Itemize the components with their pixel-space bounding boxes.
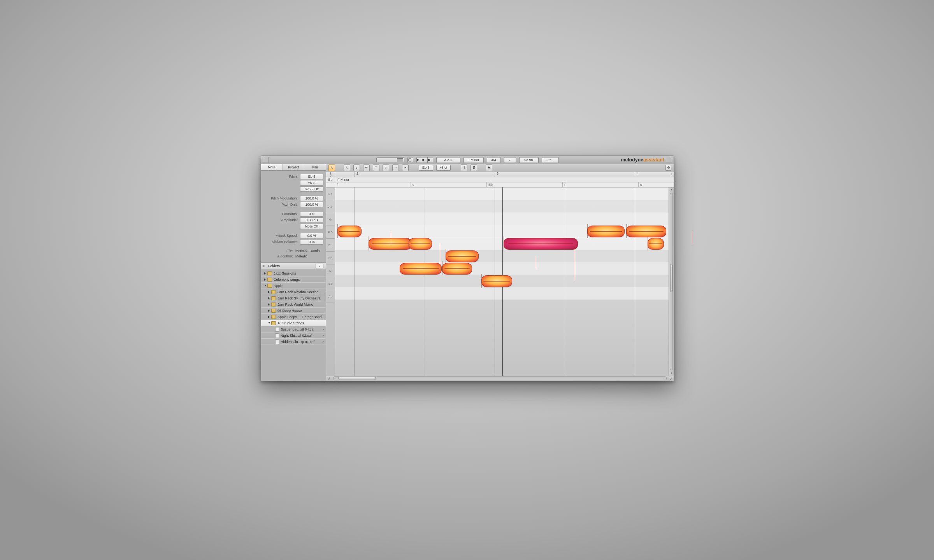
chord-ruler[interactable]: f-c-Ebf-c- [326, 182, 674, 187]
disclosure-triangle-icon[interactable] [268, 303, 270, 306]
pitch-column[interactable]: BbAbGF 5EbDbCBbAb [326, 187, 335, 376]
pitch-cents-field[interactable]: +8 ct [300, 180, 323, 186]
note-blob[interactable] [706, 251, 739, 263]
note-blob[interactable] [409, 238, 432, 250]
chord-cell[interactable]: c- [638, 182, 643, 187]
chord-cell[interactable]: Eb [486, 182, 493, 187]
key-display[interactable]: F Minor [724, 351, 744, 357]
note-blob[interactable] [481, 275, 512, 287]
pitch-label[interactable]: Ab [326, 200, 335, 213]
cents-readout[interactable]: +8 ct [697, 343, 712, 349]
hscroll-thumb[interactable] [599, 133, 637, 136]
note-blob[interactable] [587, 226, 625, 237]
note-readout[interactable]: Eb 5 [419, 165, 433, 171]
bar-ruler[interactable]: 𝄞 234 ♪ [326, 172, 674, 177]
disclosure-triangle-icon[interactable] [268, 316, 270, 318]
folder-row[interactable]: Jam Pack Rhythm Section [261, 289, 326, 295]
vertical-scrollbar[interactable]: ♪ ♯ [929, 138, 934, 326]
main-tool[interactable]: ↖ [328, 164, 335, 171]
file-row[interactable]: Suspended...ift 04.caf▸ [261, 326, 326, 332]
note-blob[interactable] [648, 238, 664, 250]
correct-pitch-center[interactable]: ⇕ [722, 343, 728, 349]
disclosure-triangle-icon[interactable] [268, 297, 270, 299]
disclosure-triangle-icon[interactable] [268, 310, 270, 312]
separation-tool[interactable]: ✂ [402, 164, 409, 171]
folder-row[interactable]: Jam Pack Sy...ny Orchestra [261, 295, 326, 301]
pitch-tool[interactable]: ♪ [353, 164, 360, 171]
note-blob[interactable] [742, 226, 773, 238]
file-row[interactable]: Night Shi...all 02.caf▸ [261, 332, 326, 339]
disclosure-triangle-icon[interactable] [264, 278, 267, 281]
note-grid[interactable] [335, 187, 674, 376]
pitch-label[interactable]: Eb [326, 239, 335, 252]
timesig-display[interactable]: 4/4 [748, 351, 762, 357]
browser-header[interactable]: Folders 8 [261, 263, 326, 269]
settings-button[interactable]: ⚙ [665, 165, 671, 171]
settings-button[interactable]: ⚙ [926, 343, 932, 349]
horizontal-scrollbar[interactable]: ♯ ⤢ [587, 133, 934, 138]
position-display[interactable]: 3.2.1 [436, 157, 460, 163]
right-panel-toggle[interactable] [927, 350, 933, 357]
cycle-button[interactable]: ▢ [407, 157, 413, 163]
correct-pitch-drift[interactable]: ⇵ [471, 164, 477, 171]
file-row[interactable]: Hidden Clu...rp 01.caf▸ [261, 339, 326, 345]
note-blob[interactable] [400, 263, 442, 275]
tempo-display[interactable]: 98.90 [519, 157, 539, 163]
note-blob[interactable] [504, 238, 578, 250]
folder-row[interactable]: Apple [261, 283, 326, 289]
folder-row[interactable]: 16 Studio Strings [261, 320, 326, 326]
chord-cell[interactable]: f- [562, 182, 567, 187]
chord-cell[interactable]: c- [411, 182, 416, 187]
note-blob[interactable] [703, 239, 733, 250]
quantize-time[interactable]: ⇆ [486, 164, 492, 171]
vscroll-thumb[interactable] [670, 264, 672, 292]
chord-cell[interactable]: f- [335, 182, 339, 187]
pitch-mod-field[interactable]: 100.0 % [300, 196, 323, 201]
folder-row[interactable]: Apple Loops ... GarageBand [261, 314, 326, 320]
autoscroll-button[interactable]: ↔•↔ [542, 157, 559, 163]
disclosure-triangle-icon[interactable] [268, 322, 270, 324]
pitch-label[interactable]: F 5 [326, 226, 335, 239]
modulation-tool[interactable]: ∿ [363, 164, 370, 171]
disclosure-triangle-icon[interactable] [272, 328, 274, 331]
quantize-time[interactable]: ⇆ [746, 343, 753, 349]
autoscroll-button[interactable]: ↔•↔ [802, 351, 820, 357]
timesig-display[interactable]: 4/4 [487, 157, 501, 163]
record-button[interactable]: ● [416, 157, 422, 163]
amplitude-field[interactable]: 0.00 dB [300, 217, 323, 223]
note-blob[interactable] [369, 238, 412, 250]
folder-row[interactable]: 05 Deep House [261, 308, 326, 314]
pitch-note-field[interactable]: Eb 5 [300, 174, 323, 179]
note-blob[interactable] [908, 264, 925, 275]
cents-readout[interactable]: +8 ct [436, 165, 451, 171]
note-blob[interactable] [848, 276, 886, 288]
note-blob[interactable] [887, 276, 927, 288]
pitch-drift-field[interactable]: 100.0 % [300, 202, 323, 207]
hscroll-thumb[interactable] [338, 377, 376, 380]
note-blob[interactable] [337, 226, 362, 237]
stop-button[interactable]: ■ [422, 157, 428, 163]
note-off-button[interactable]: Note Off [300, 224, 323, 229]
tuning-button[interactable]: ♪ [765, 351, 777, 357]
folder-row[interactable]: Jam Pack World Music [261, 301, 326, 308]
correct-pitch-drift[interactable]: ⇵ [731, 343, 738, 349]
vscroll-thumb[interactable] [931, 221, 933, 249]
folder-row[interactable]: Celemony songs [261, 276, 326, 283]
note-blob[interactable] [764, 264, 839, 275]
play-button[interactable]: ▶ [428, 157, 433, 163]
disclosure-triangle-icon[interactable] [268, 291, 270, 293]
right-panel-toggle[interactable] [666, 157, 672, 163]
sibilant-field[interactable]: 0 % [300, 239, 323, 245]
volume-slider[interactable] [376, 158, 404, 162]
note-blob[interactable] [626, 226, 666, 237]
horizontal-scrollbar[interactable]: ♯ ⤢ [326, 376, 674, 381]
disclosure-triangle-icon[interactable] [272, 334, 274, 337]
pitch-label[interactable]: Bb [326, 277, 335, 290]
vertical-scrollbar[interactable]: ♪ ♯ [669, 187, 674, 376]
formants-field[interactable]: 0 ct [300, 211, 323, 217]
pitch-label[interactable]: Ab [326, 290, 335, 303]
tempo-display[interactable]: 98.90 [780, 351, 799, 357]
key-ruler[interactable]: Bb F Minor [326, 177, 674, 182]
note-blob[interactable] [446, 250, 479, 262]
stop-button[interactable]: ■ [683, 351, 688, 357]
